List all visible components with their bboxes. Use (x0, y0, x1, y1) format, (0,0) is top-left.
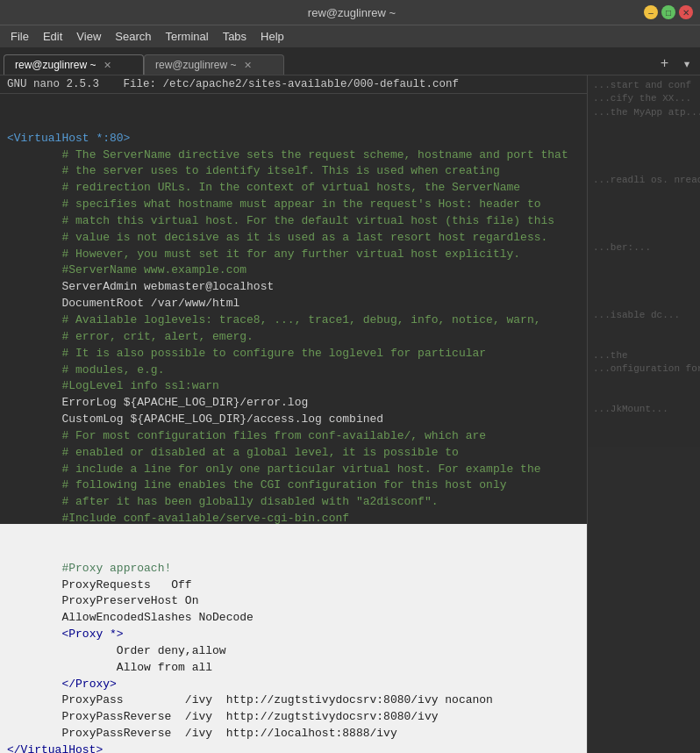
close-button[interactable]: ✕ (679, 5, 693, 19)
code-line: DocumentRoot /var/www/html (0, 296, 587, 312)
code-line: # enabled or disabled at a global level,… (0, 445, 587, 462)
tab-1-label: rew@zuglinrew ~ (15, 59, 96, 71)
nano-header: GNU nano 2.5.3 File: /etc/apache2/sites-… (0, 75, 587, 94)
code-line: #ServerName www.example.com (0, 262, 587, 279)
minimize-button[interactable]: – (644, 5, 658, 19)
tab-1[interactable]: rew@zuglinrew ~ ✕ (4, 54, 144, 75)
window-title: rew@zuglinrew ~ (60, 6, 644, 19)
code-line: # match this virtual host. For the defau… (0, 213, 587, 230)
code-line: ErrorLog ${APACHE_LOG_DIR}/error.log (0, 395, 587, 412)
editor-dark-section[interactable]: <VirtualHost *:80> # The ServerName dire… (0, 94, 587, 524)
window-controls: – □ ✕ (644, 5, 693, 19)
code-line: #Include conf-available/serve-cgi-bin.co… (0, 511, 587, 524)
tab-2-label: rew@zuglinrew ~ (155, 59, 237, 71)
code-line: ProxyPassReverse /ivy http://localhost:8… (0, 726, 587, 742)
code-line: # after it has been globally disabled wi… (0, 494, 587, 511)
code-line: # include a line for only one particular… (0, 462, 587, 478)
tab-2-close[interactable]: ✕ (242, 59, 254, 71)
tabs-menu-button[interactable]: ▾ (677, 54, 696, 75)
code-line: #LogLevel info ssl:warn (0, 378, 587, 395)
code-line: ProxyPreserveHost On (0, 593, 587, 610)
code-line: #Proxy approach! (0, 561, 587, 577)
code-line: # specifies what hostname must appear in… (0, 197, 587, 213)
menu-edit[interactable]: Edit (36, 28, 69, 45)
code-line: CustomLog ${APACHE_LOG_DIR}/access.log c… (0, 412, 587, 428)
code-line: # However, you must set it for any furth… (0, 247, 587, 263)
code-line: ProxyPassReverse /ivy http://zugtstivydo… (0, 709, 587, 726)
nano-version: GNU nano 2.5.3 (7, 78, 99, 90)
code-line: # value is not decisive as it is used as… (0, 230, 587, 247)
menu-view[interactable]: View (69, 28, 108, 45)
code-line: # redirection URLs. In the context of vi… (0, 180, 587, 197)
editor-light-section[interactable]: #Proxy approach! ProxyRequests Off Proxy… (0, 524, 587, 753)
code-line: <Proxy *> (0, 627, 587, 643)
tab-1-close[interactable]: ✕ (102, 59, 114, 71)
code-line: </Proxy> (0, 677, 587, 693)
title-bar: rew@zuglinrew ~ – □ ✕ (0, 0, 700, 25)
menu-file[interactable]: File (4, 28, 36, 45)
code-line: # modules, e.g. (0, 362, 587, 379)
code-line: ProxyPass /ivy http://zugtstivydocsrv:80… (0, 692, 587, 709)
menu-tabs[interactable]: Tabs (216, 28, 254, 45)
new-tab-button[interactable]: + (655, 54, 675, 74)
code-line: # error, crit, alert, emerg. (0, 329, 587, 346)
maximize-button[interactable]: □ (661, 5, 675, 19)
code-line: ProxyRequests Off (0, 577, 587, 594)
panes-wrapper: GNU nano 2.5.3 File: /etc/apache2/sites-… (0, 75, 700, 753)
nano-file: File: /etc/apache2/sites-available/000-d… (124, 78, 460, 90)
code-line: ServerAdmin webmaster@localhost (0, 279, 587, 296)
code-line: # Available loglevels: trace8, ..., trac… (0, 312, 587, 329)
code-line: # following line enables the CGI configu… (0, 477, 587, 494)
code-line: # The ServerName directive sets the requ… (0, 147, 587, 164)
code-line: # It is also possible to configure the l… (0, 346, 587, 362)
code-line: Order deny,allow (0, 643, 587, 660)
code-line: Allow from all (0, 660, 587, 677)
code-line: AllowEncodedSlashes NoDecode (0, 610, 587, 627)
tab-2[interactable]: rew@zuglinrew ~ ✕ (144, 54, 284, 75)
tabs-bar: rew@zuglinrew ~ ✕ rew@zuglinrew ~ ✕ + ▾ (0, 47, 700, 75)
menu-help[interactable]: Help (254, 28, 291, 45)
menu-search[interactable]: Search (108, 28, 158, 45)
menu-terminal[interactable]: Terminal (159, 28, 216, 45)
code-line: </VirtualHost> (0, 742, 587, 753)
code-line: # the server uses to identify itself. Th… (0, 163, 587, 180)
menu-bar: File Edit View Search Terminal Tabs Help (0, 25, 700, 47)
tabs-actions: + ▾ (655, 54, 696, 75)
code-line: <VirtualHost *:80> (0, 131, 587, 147)
side-pane: ...start and conf ...cify the XX... ...t… (588, 75, 700, 753)
main-pane: GNU nano 2.5.3 File: /etc/apache2/sites-… (0, 75, 588, 753)
code-line: # For most configuration files from conf… (0, 428, 587, 445)
